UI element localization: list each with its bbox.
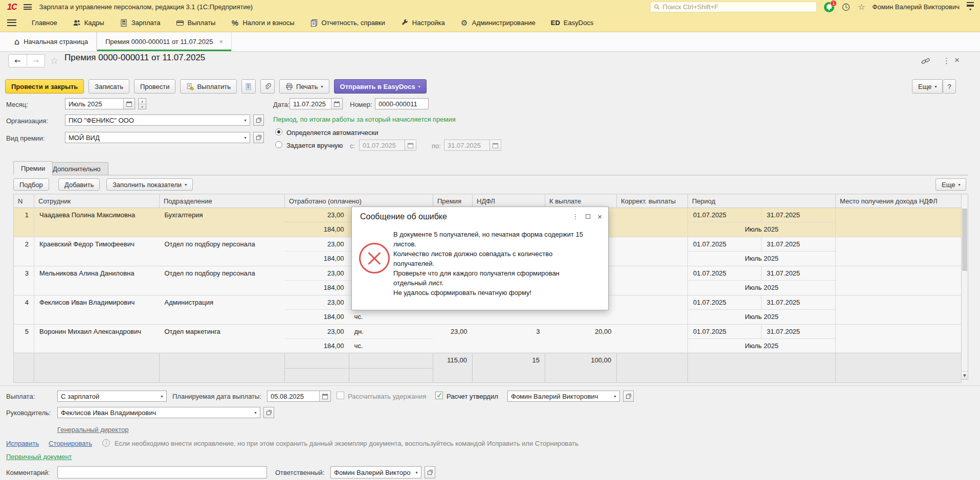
dialog-maximize-icon[interactable] xyxy=(586,214,590,219)
tab-bonuses[interactable]: Премии xyxy=(13,161,53,175)
totals-row: 115,00 15 100,00 xyxy=(14,353,962,369)
date-field[interactable]: 11.07.2025 xyxy=(289,98,343,109)
menu-admin[interactable]: ⚙ Администрирование xyxy=(460,19,536,27)
favorite-star-icon[interactable]: ☆ xyxy=(50,55,58,66)
period-manual-radio[interactable] xyxy=(275,141,282,148)
tab-additional[interactable]: Дополнительно xyxy=(45,162,108,175)
chevron-down-icon[interactable]: ▾ xyxy=(241,132,250,143)
fill-indicators-button[interactable]: Заполнить показатели▾ xyxy=(106,178,193,191)
kebab-menu-icon[interactable]: ⋮ xyxy=(943,56,950,65)
approver-open-button[interactable] xyxy=(623,391,634,402)
organization-open-button[interactable] xyxy=(253,115,264,126)
card-icon xyxy=(176,19,184,27)
approved-checkbox[interactable] xyxy=(435,392,443,399)
period-auto-radio[interactable] xyxy=(275,128,282,135)
tab-home[interactable]: ⌂ Начальная страница xyxy=(6,32,97,51)
search-icon xyxy=(654,4,660,10)
responsible-combo[interactable]: Фомин Валерий Викторо ▾ xyxy=(330,466,421,478)
main-menu-icon[interactable] xyxy=(24,4,32,10)
calendar-icon[interactable] xyxy=(331,99,342,109)
col-period: Период xyxy=(688,194,836,208)
table-vertical-scrollbar[interactable]: ▼ xyxy=(961,194,968,380)
chevron-down-icon[interactable]: ▾ xyxy=(241,115,250,125)
document-structure-button[interactable] xyxy=(241,79,256,94)
document-toolbar: Провести и закрыть Записать Провести Вып… xyxy=(5,79,427,94)
table-row[interactable]: 5 Воронин Михаил Александрович Отдел мар… xyxy=(14,325,962,339)
calendar-icon xyxy=(405,140,416,150)
add-button[interactable]: Добавить xyxy=(58,178,100,191)
menu-hr[interactable]: Кадры xyxy=(73,19,104,27)
open-icon xyxy=(256,117,262,123)
pay-button[interactable]: Выплатить xyxy=(180,79,237,94)
payout-combo[interactable]: С зарплатой ▾ xyxy=(57,391,167,402)
fix-link[interactable]: Исправить xyxy=(6,440,39,447)
tab-bonus-document[interactable]: Премия 0000-000011 от 11.07.2025 × xyxy=(97,32,232,51)
chevron-down-icon[interactable]: ▾ xyxy=(611,391,619,401)
menu-main[interactable]: Главное xyxy=(32,19,57,27)
withhold-label: Рассчитывать удержания xyxy=(348,393,426,400)
menu-taxes[interactable]: % Налоги и взносы xyxy=(231,19,294,27)
menu-payments[interactable]: Выплаты xyxy=(176,19,216,27)
more-button[interactable]: Еще▾ xyxy=(912,79,943,94)
open-icon xyxy=(427,469,433,475)
chevron-down-icon[interactable]: ▾ xyxy=(412,467,421,478)
calendar-icon[interactable] xyxy=(123,99,135,109)
current-user[interactable]: Фомин Валерий Викторович xyxy=(873,3,960,11)
print-button[interactable]: Печать ▾ xyxy=(279,79,329,94)
manager-position-link[interactable]: Генеральный директор xyxy=(57,426,128,433)
pick-button[interactable]: Подбор xyxy=(13,178,49,191)
help-button[interactable]: ? xyxy=(943,79,956,94)
menu-settings[interactable]: Настройка xyxy=(400,19,445,27)
menu-reports[interactable]: Отчетность, справки xyxy=(310,19,385,27)
period-section-heading: Период, по итогам работы за который начи… xyxy=(273,116,456,123)
home-icon: ⌂ xyxy=(14,37,19,47)
responsible-open-button[interactable] xyxy=(425,466,435,478)
from-label: с: xyxy=(350,142,355,150)
global-search[interactable] xyxy=(650,2,817,12)
user-menu-icon[interactable]: ▾ xyxy=(967,2,974,12)
attachments-button[interactable] xyxy=(260,79,275,94)
bonus-kind-combo[interactable]: МОЙ ВИД ▾ xyxy=(65,132,250,143)
dialog-close-icon[interactable]: × xyxy=(597,212,602,221)
save-button[interactable]: Записать xyxy=(88,79,129,94)
close-icon[interactable]: × xyxy=(219,38,224,45)
planned-date-field[interactable]: 05.08.2025 xyxy=(267,391,331,402)
approver-combo[interactable]: Фомин Валерий Викторович ▾ xyxy=(507,391,620,402)
post-button[interactable]: Провести xyxy=(134,79,176,94)
calendar-icon[interactable] xyxy=(319,391,330,401)
notifications-bell-icon[interactable]: 1 xyxy=(824,2,834,12)
error-dialog-title: Сообщение об ошибке xyxy=(360,212,447,221)
number-field[interactable]: 0000-000011 xyxy=(375,98,429,109)
back-button[interactable]: ← xyxy=(9,55,27,67)
get-link-icon[interactable] xyxy=(921,56,930,67)
favorites-star-icon[interactable]: ☆ xyxy=(858,2,865,12)
comment-input[interactable] xyxy=(57,466,267,478)
search-input[interactable] xyxy=(663,3,814,11)
manager-open-button[interactable] xyxy=(263,407,274,418)
organization-combo[interactable]: ПКО "ФЕНИКС" ООО ▾ xyxy=(65,115,250,126)
list-icon xyxy=(244,83,252,90)
menu-salary[interactable]: Зарплата xyxy=(120,19,161,27)
chevron-down-icon[interactable]: ▾ xyxy=(251,407,260,418)
error-dialog-text: В документе 5 получателей, но печатная ф… xyxy=(393,230,594,298)
period-auto-label: Определяется автоматически xyxy=(286,129,378,136)
close-form-icon[interactable]: × xyxy=(954,55,960,65)
month-field[interactable]: Июль 2025 xyxy=(65,98,135,109)
chevron-down-icon[interactable]: ▾ xyxy=(158,391,166,401)
table-more-button[interactable]: Еще▾ xyxy=(936,178,966,191)
menu-easydocs[interactable]: ED EasyDocs xyxy=(551,19,594,27)
post-and-close-button[interactable]: Провести и закрыть xyxy=(5,79,84,94)
scroll-down-icon[interactable]: ▼ xyxy=(962,371,968,379)
month-spinner[interactable]: ▴▾ xyxy=(138,98,146,109)
sections-panel-icon[interactable] xyxy=(7,19,16,26)
bonus-kind-open-button[interactable] xyxy=(253,132,264,143)
primary-document-link[interactable]: Первичный документ xyxy=(6,453,72,461)
dialog-kebab-icon[interactable]: ⋮ xyxy=(572,213,578,220)
history-icon[interactable] xyxy=(841,3,851,12)
chevron-down-icon: ▾ xyxy=(321,84,323,89)
scrollbar-thumb[interactable] xyxy=(962,209,967,271)
manager-combo[interactable]: Феклисов Иван Владимирович ▾ xyxy=(57,407,260,418)
forward-button[interactable]: → xyxy=(27,55,45,67)
reverse-link[interactable]: Сторнировать xyxy=(49,440,92,447)
send-easydocs-button[interactable]: Отправить в EasyDocs ▾ xyxy=(334,79,427,94)
